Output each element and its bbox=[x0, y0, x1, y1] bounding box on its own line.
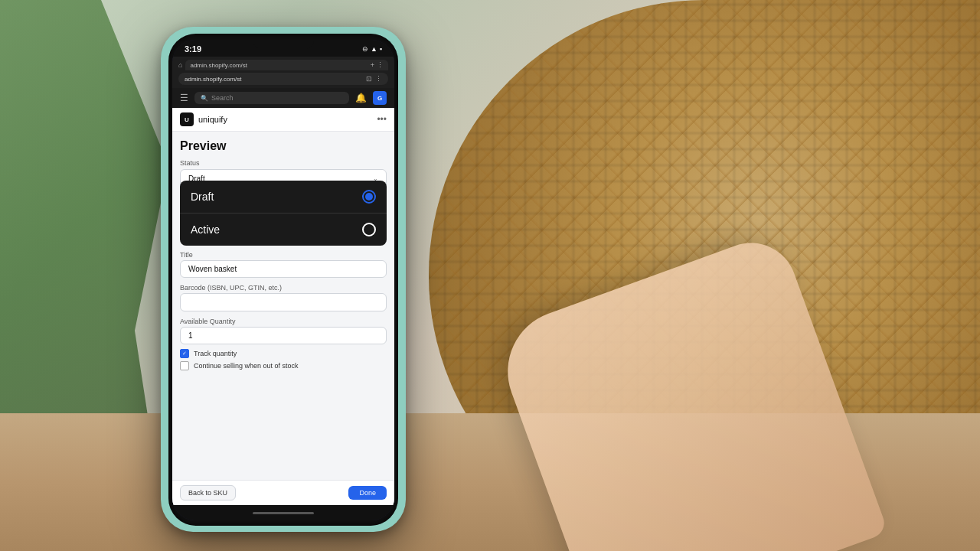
bottom-bar: Back to SKU Done bbox=[172, 480, 394, 505]
qty-section: Available Quantity 1 bbox=[180, 318, 387, 344]
draft-radio[interactable] bbox=[362, 190, 376, 204]
title-input[interactable]: Woven basket bbox=[180, 260, 387, 278]
app-content: ☰ 🔍 Search 🔔 G U uniquify ••• Preview bbox=[172, 88, 394, 505]
draft-option-label: Draft bbox=[191, 191, 214, 203]
active-radio[interactable] bbox=[362, 223, 376, 236]
wifi-icon: ▲ bbox=[371, 45, 377, 53]
user-avatar[interactable]: G bbox=[373, 91, 387, 105]
active-option-label: Active bbox=[191, 223, 220, 236]
app-header: U uniquify ••• bbox=[172, 108, 394, 132]
camera-notch bbox=[253, 40, 314, 49]
refresh-icon[interactable]: ⋮ bbox=[375, 75, 382, 83]
browser-tab-bar: ⌂ admin.shopify.com/st + ⋮ bbox=[178, 60, 388, 70]
continue-selling-row: Continue selling when out of stock bbox=[180, 361, 387, 370]
app-logo: U bbox=[180, 112, 194, 126]
done-button[interactable]: Done bbox=[348, 486, 387, 500]
share-icon[interactable]: ⊡ bbox=[366, 75, 372, 83]
phone-bottom-bar bbox=[172, 505, 394, 520]
back-button[interactable]: Back to SKU bbox=[180, 485, 236, 500]
main-content: Preview Status Draft ⌄ Draft bbox=[172, 132, 394, 480]
status-section: Status Draft ⌄ Draft Active bbox=[180, 159, 387, 188]
check-mark: ✓ bbox=[182, 350, 187, 357]
browser-chrome: ⌂ admin.shopify.com/st + ⋮ admin.shopify… bbox=[172, 57, 394, 88]
title-label: Title bbox=[180, 251, 387, 259]
qty-input[interactable]: 1 bbox=[180, 327, 387, 344]
menu-icon[interactable]: ☰ bbox=[180, 93, 188, 103]
track-qty-row: ✓ Track quantity bbox=[180, 349, 387, 358]
search-icon: 🔍 bbox=[201, 95, 208, 102]
address-bar[interactable]: admin.shopify.com/st ⊡ ⋮ bbox=[178, 73, 388, 85]
phone-screen: 3:19 ⊖ ▲ ▪ ⌂ admin.shopify.com/st + ⋮ ad… bbox=[172, 40, 394, 520]
app-more-icon[interactable]: ••• bbox=[377, 114, 387, 125]
status-dropdown-menu: Draft Active bbox=[180, 181, 387, 246]
search-box[interactable]: 🔍 Search bbox=[194, 92, 349, 104]
battery-icon: ▪ bbox=[380, 45, 382, 53]
avatar-letter: G bbox=[377, 95, 382, 102]
dropdown-item-draft[interactable]: Draft bbox=[180, 181, 387, 214]
title-section: Title Woven basket bbox=[180, 251, 387, 278]
app-name: uniquify bbox=[198, 115, 227, 124]
home-indicator bbox=[253, 512, 314, 514]
home-icon[interactable]: ⌂ bbox=[178, 61, 182, 69]
address-text: admin.shopify.com/st bbox=[185, 76, 363, 83]
barcode-label: Barcode (ISBN, UPC, GTIN, etc.) bbox=[180, 284, 387, 292]
status-icons: ⊖ ▲ ▪ bbox=[362, 45, 382, 53]
tab-close-icon[interactable]: + bbox=[371, 61, 374, 69]
status-time: 3:19 bbox=[185, 44, 201, 54]
status-label: Status bbox=[180, 159, 387, 167]
continue-selling-checkbox[interactable] bbox=[180, 361, 189, 370]
signal-icon: ⊖ bbox=[362, 45, 368, 53]
logo-letter: U bbox=[185, 116, 189, 123]
notification-icon[interactable]: 🔔 bbox=[355, 93, 367, 103]
track-qty-label: Track quantity bbox=[194, 350, 237, 357]
draft-radio-fill bbox=[365, 193, 373, 201]
tab-more-icon[interactable]: ⋮ bbox=[377, 61, 384, 69]
continue-selling-label: Continue selling when out of stock bbox=[194, 362, 299, 370]
barcode-input[interactable] bbox=[180, 293, 387, 311]
qty-label: Available Quantity bbox=[180, 318, 387, 325]
app-logo-row: U uniquify bbox=[180, 112, 227, 126]
page-title: Preview bbox=[180, 139, 387, 153]
dropdown-item-active[interactable]: Active bbox=[180, 214, 387, 246]
browser-tab[interactable]: admin.shopify.com/st + ⋮ bbox=[185, 60, 388, 70]
address-actions: ⊡ ⋮ bbox=[366, 75, 382, 83]
barcode-section: Barcode (ISBN, UPC, GTIN, etc.) bbox=[180, 284, 387, 311]
app-topbar: ☰ 🔍 Search 🔔 G bbox=[172, 88, 394, 108]
track-qty-checkbox[interactable]: ✓ bbox=[180, 349, 189, 358]
tab-url: admin.shopify.com/st bbox=[190, 62, 368, 69]
search-placeholder: Search bbox=[211, 94, 234, 102]
